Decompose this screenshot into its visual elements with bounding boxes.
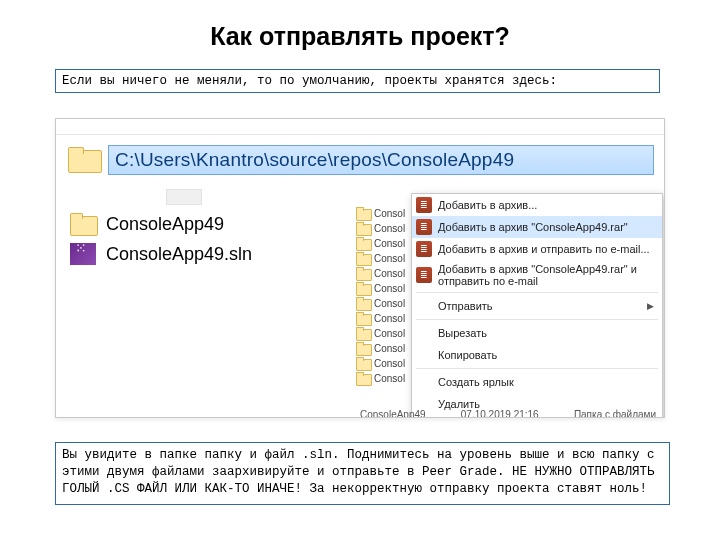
menu-item-create-shortcut[interactable]: Создать ярлык: [412, 371, 662, 393]
menu-label: Создать ярлык: [438, 376, 514, 388]
address-path: C:\Users\Knantro\source\repos\ConsoleApp…: [115, 149, 514, 171]
folder-icon: [356, 372, 370, 384]
blank-icon: [416, 374, 432, 390]
menu-item-cut[interactable]: Вырезать: [412, 322, 662, 344]
bg-folder-row: Consol: [356, 207, 416, 219]
file-list: ConsoleApp49 ConsoleApp49.sln: [70, 209, 300, 269]
folder-icon: [356, 252, 370, 264]
address-row: C:\Users\Knantro\source\repos\ConsoleApp…: [56, 135, 664, 183]
menu-label: Вырезать: [438, 327, 487, 339]
bg-label: Consol: [374, 343, 405, 354]
folder-icon: [356, 297, 370, 309]
menu-label: Добавить в архив...: [438, 199, 537, 211]
bg-label: Consol: [374, 253, 405, 264]
address-bar[interactable]: C:\Users\Knantro\source\repos\ConsoleApp…: [108, 145, 654, 175]
footer-text: Вы увидите в папке папку и файл .sln. По…: [62, 448, 655, 496]
window-top-strip: [56, 119, 664, 135]
blank-icon: [416, 298, 432, 314]
menu-item-add-archive[interactable]: Добавить в архив...: [412, 194, 662, 216]
bg-folder-row: Consol: [356, 237, 416, 249]
bg-folder-row: Consol: [356, 312, 416, 324]
blank-icon: [416, 325, 432, 341]
sln-icon: [70, 243, 96, 265]
menu-separator: [416, 292, 658, 293]
meta-name: ConsoleApp49: [360, 409, 426, 418]
menu-label: Добавить в архив "ConsoleApp49.rar": [438, 221, 628, 233]
item-label: ConsoleApp49: [106, 214, 224, 235]
bg-folder-row: Consol: [356, 357, 416, 369]
menu-label: Добавить в архив и отправить по e-mail..…: [438, 243, 650, 255]
menu-item-send[interactable]: Отправить ▶: [412, 295, 662, 317]
menu-label: Копировать: [438, 349, 497, 361]
bg-label: Consol: [374, 268, 405, 279]
folder-icon: [356, 357, 370, 369]
item-label: ConsoleApp49.sln: [106, 244, 252, 265]
menu-label: Добавить в архив "ConsoleApp49.rar" и от…: [438, 263, 654, 287]
folder-icon: [356, 327, 370, 339]
intro-box: Если вы ничего не меняли, то по умолчани…: [55, 69, 660, 93]
menu-item-archive-named-email[interactable]: Добавить в архив "ConsoleApp49.rar" и от…: [412, 260, 662, 290]
menu-label: Отправить: [438, 300, 493, 312]
folder-icon: [70, 213, 96, 235]
explorer-screenshot: C:\Users\Knantro\source\repos\ConsoleApp…: [55, 118, 665, 418]
bg-label: Consol: [374, 223, 405, 234]
explorer-content: ConsoleApp49 ConsoleApp49.sln ConsolCons…: [56, 183, 664, 418]
bg-folder-row: Consol: [356, 297, 416, 309]
bg-folder-row: Consol: [356, 327, 416, 339]
background-folder-stack: ConsolConsolConsolConsolConsolConsolCons…: [356, 207, 416, 384]
menu-separator: [416, 319, 658, 320]
rar-icon: [416, 197, 432, 213]
meta-date: 07.10.2019 21:16: [461, 409, 539, 418]
rar-icon: [416, 241, 432, 257]
chevron-right-icon: ▶: [647, 301, 654, 311]
context-menu: Добавить в архив... Добавить в архив "Co…: [411, 193, 663, 418]
folder-icon: [356, 237, 370, 249]
bg-label: Consol: [374, 358, 405, 369]
menu-item-copy[interactable]: Копировать: [412, 344, 662, 366]
meta-type: Папка с файлами: [574, 409, 656, 418]
bg-label: Consol: [374, 208, 405, 219]
blank-icon: [416, 347, 432, 363]
footer-box: Вы увидите в папке папку и файл .sln. По…: [55, 442, 670, 505]
bg-label: Consol: [374, 313, 405, 324]
bg-folder-row: Consol: [356, 267, 416, 279]
menu-separator: [416, 368, 658, 369]
bg-label: Consol: [374, 328, 405, 339]
bg-folder-row: Consol: [356, 282, 416, 294]
rar-icon: [416, 267, 432, 283]
bg-folder-row: Consol: [356, 222, 416, 234]
rar-icon: [416, 219, 432, 235]
menu-item-add-archive-named[interactable]: Добавить в архив "ConsoleApp49.rar": [412, 216, 662, 238]
folder-icon: [356, 312, 370, 324]
folder-icon: [68, 147, 100, 173]
selected-row-meta: ConsoleApp49 07.10.2019 21:16 Папка с фа…: [356, 409, 660, 418]
page-title: Как отправлять проект?: [0, 0, 720, 57]
bg-folder-row: Consol: [356, 342, 416, 354]
list-item[interactable]: ConsoleApp49.sln: [70, 239, 300, 269]
folder-icon: [356, 267, 370, 279]
bg-label: Consol: [374, 298, 405, 309]
list-item[interactable]: ConsoleApp49: [70, 209, 300, 239]
bg-label: Consol: [374, 238, 405, 249]
folder-icon: [356, 282, 370, 294]
bg-folder-row: Consol: [356, 252, 416, 264]
folder-icon: [356, 207, 370, 219]
folder-icon: [356, 222, 370, 234]
readonly-pill: [166, 189, 202, 205]
intro-text: Если вы ничего не меняли, то по умолчани…: [62, 74, 557, 88]
bg-label: Consol: [374, 373, 405, 384]
bg-label: Consol: [374, 283, 405, 294]
menu-item-archive-email[interactable]: Добавить в архив и отправить по e-mail..…: [412, 238, 662, 260]
folder-icon: [356, 342, 370, 354]
bg-folder-row: Consol: [356, 372, 416, 384]
